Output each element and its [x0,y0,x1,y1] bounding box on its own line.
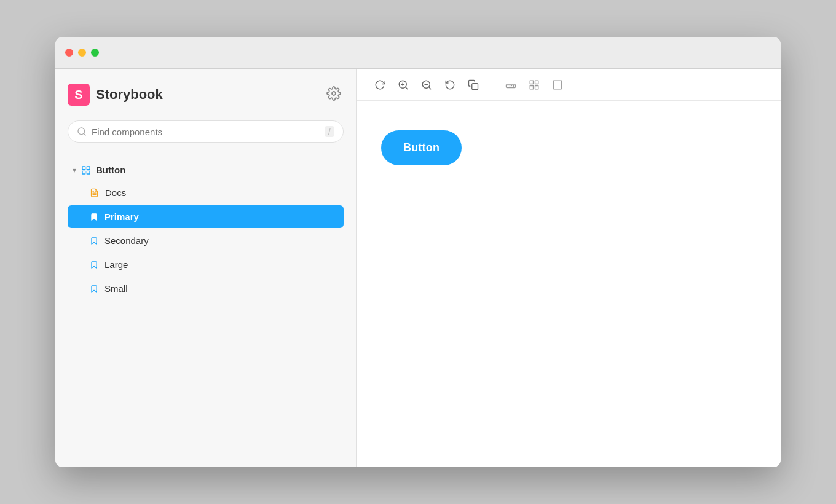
demo-button[interactable]: Button [381,130,462,165]
logo-area: S Storybook [68,84,163,106]
svg-line-2 [84,133,85,135]
sidebar-item-primary[interactable]: Primary [68,205,344,228]
chevron-down-icon: ▾ [73,166,76,175]
component-grid-icon [81,165,91,175]
svg-rect-5 [87,171,90,174]
minimize-button[interactable] [78,49,86,57]
storybook-logo-text: Storybook [96,87,163,103]
svg-rect-3 [82,167,85,170]
sidebar-item-docs-label: Docs [105,187,126,198]
svg-rect-4 [87,167,90,170]
sidebar-item-small-label: Small [104,283,128,294]
copy-button[interactable] [462,74,484,96]
titlebar [55,37,781,69]
search-input-wrapper[interactable]: / [68,120,344,143]
svg-rect-18 [535,81,538,84]
sidebar-item-secondary-label: Secondary [104,235,149,246]
ruler-button[interactable] [500,74,522,96]
sidebar-item-large[interactable]: Large [68,253,344,276]
reset-zoom-button[interactable] [439,74,461,96]
nav-group-button-label: Button [96,165,125,175]
preview-area: Button [357,101,781,467]
svg-line-14 [428,87,430,89]
search-input[interactable] [92,127,320,137]
bookmark-icon [90,261,98,269]
sidebar-item-primary-label: Primary [104,211,139,222]
traffic-lights [65,49,99,57]
bookmark-icon [90,285,98,293]
svg-rect-6 [82,171,85,174]
svg-rect-17 [530,81,533,84]
zoom-out-button[interactable] [416,74,438,96]
grid-button[interactable] [523,74,545,96]
main-content: S Storybook [55,69,781,467]
nav-group-button[interactable]: ▾ Button [68,160,344,180]
sidebar-header: S Storybook [65,84,346,106]
preview-toolbar [357,69,781,101]
doc-icon [90,188,99,197]
outline-button[interactable] [546,74,569,96]
svg-rect-21 [553,81,562,89]
storybook-logo-icon: S [68,84,90,106]
close-button[interactable] [65,49,73,57]
svg-point-0 [332,92,336,95]
preview-pane: Button [357,69,781,467]
search-icon [77,127,87,136]
svg-rect-16 [472,83,478,89]
toolbar-divider [492,77,492,92]
sidebar: S Storybook [55,69,357,467]
bookmark-icon [90,213,98,221]
app-window: S Storybook [55,37,781,467]
nav-tree: ▾ Button Docs [65,160,346,301]
svg-line-10 [405,87,407,89]
search-shortcut: / [325,126,334,137]
svg-rect-20 [530,85,533,89]
search-container: / [65,120,346,143]
settings-button[interactable] [326,86,344,103]
sidebar-item-large-label: Large [104,259,128,270]
zoom-in-button[interactable] [392,74,414,96]
toolbar-group-right [500,74,569,96]
sidebar-item-small[interactable]: Small [68,277,344,300]
toolbar-group-left [369,74,484,96]
bookmark-icon [90,237,98,245]
maximize-button[interactable] [91,49,99,57]
sidebar-item-secondary[interactable]: Secondary [68,229,344,252]
refresh-button[interactable] [369,74,391,96]
sidebar-item-docs[interactable]: Docs [68,181,344,204]
svg-rect-19 [535,85,538,89]
